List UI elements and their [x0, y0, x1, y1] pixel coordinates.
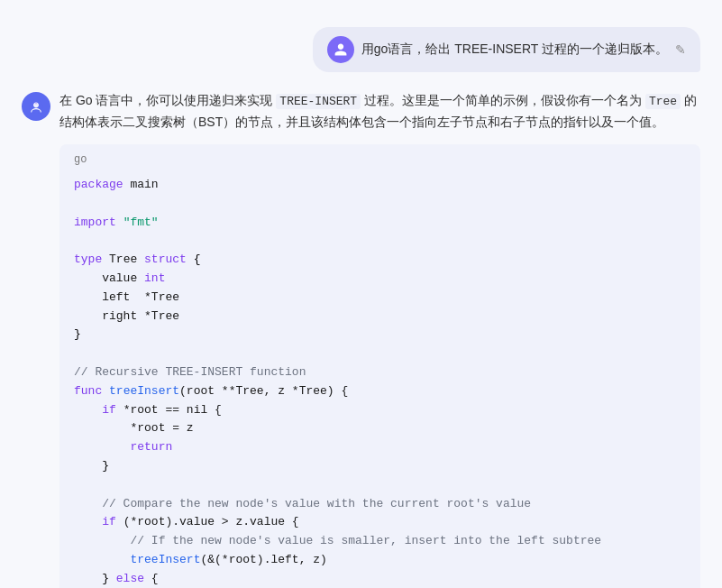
chat-container: 用go语言，给出 TREE-INSERT 过程的一个递归版本。 ✎ 在 Go 语… [0, 0, 722, 588]
code-body: package main import "fmt" type Tree stru… [59, 172, 700, 588]
ai-response-content: 在 Go 语言中，你可以使用递归来实现 TREE-INSERT 过程。这里是一个… [59, 90, 700, 588]
user-avatar [327, 36, 354, 63]
code-block[interactable]: go package main import "fmt" type Tree s… [59, 144, 700, 588]
user-bubble: 用go语言，给出 TREE-INSERT 过程的一个递归版本。 ✎ [313, 27, 700, 72]
code-block-wrapper: go package main import "fmt" type Tree s… [59, 144, 700, 588]
user-message-text: 用go语言，给出 TREE-INSERT 过程的一个递归版本。 [361, 41, 668, 58]
ai-intro-text: 在 Go 语言中，你可以使用递归来实现 TREE-INSERT 过程。这里是一个… [59, 90, 700, 133]
inline-code-tree-insert: TREE-INSERT [276, 94, 361, 109]
ai-message: 在 Go 语言中，你可以使用递归来实现 TREE-INSERT 过程。这里是一个… [0, 81, 722, 588]
user-message: 用go语言，给出 TREE-INSERT 过程的一个递归版本。 ✎ [0, 18, 722, 81]
inline-code-tree: Tree [645, 94, 681, 109]
ai-avatar [22, 92, 50, 121]
edit-icon[interactable]: ✎ [675, 42, 686, 57]
code-lang-label: go [59, 144, 700, 172]
